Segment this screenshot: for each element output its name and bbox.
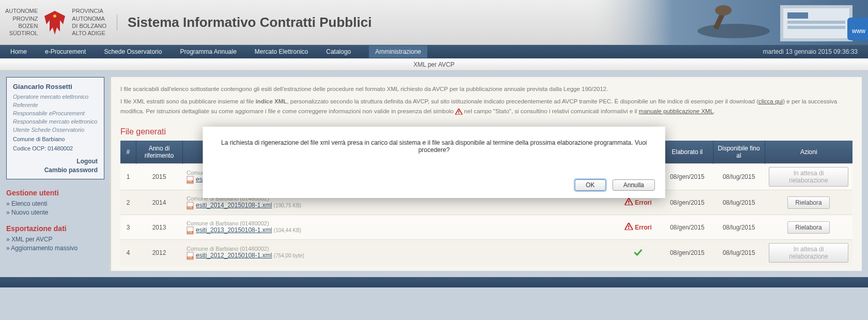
sidebar: Giancarlo Rossetti Operatore mercato ele…: [6, 77, 104, 271]
svg-rect-26: [628, 228, 629, 229]
svg-rect-12: [458, 111, 459, 112]
svg-text:XML: XML: [188, 231, 193, 234]
modal-cancel-button[interactable]: Annulla: [612, 179, 655, 191]
svg-rect-25: [628, 225, 629, 227]
xml-file-icon: XML: [187, 252, 194, 260]
side-sect-users: Gestione utenti: [6, 189, 104, 197]
modal-message: La richiesta di rigenerazione del file x…: [213, 139, 655, 154]
role-4[interactable]: Utente Schede Osservatorio: [13, 127, 98, 133]
side-link-xml[interactable]: XML per AVCP: [6, 236, 104, 243]
th-disp: Disponibile fino al: [713, 141, 765, 164]
nav-eprocurement[interactable]: e-Procurement: [45, 48, 86, 55]
svg-text:XML: XML: [188, 206, 193, 209]
header: AUTONOMEPROVINZBOZENSÜDTIROL PROVINCIAAU…: [0, 0, 868, 45]
role-1[interactable]: Referente: [13, 102, 98, 108]
intro-text: I file scaricabili dall'elenco sottostan…: [120, 84, 853, 116]
app-title: Sistema Informativo Contratti Pubblici: [117, 14, 371, 31]
header-art: www: [589, 0, 868, 45]
side-link-elenco[interactable]: Elenco utenti: [6, 200, 104, 207]
svg-text:XML: XML: [188, 256, 193, 259]
svg-rect-8: [787, 21, 845, 24]
nav-programma[interactable]: Programma Annuale: [180, 48, 236, 55]
action-button: In attesa di rielaborazione: [769, 167, 848, 187]
file-link[interactable]: esiti_2012_20150108-1.xml: [196, 252, 272, 259]
change-password-link[interactable]: Cambio password: [13, 166, 98, 174]
table-row: 32013Comune di Barbiano (01480002)XMLesi…: [120, 215, 853, 240]
table-row: 42012Comune di Barbiano (01480002)XMLesi…: [120, 240, 853, 266]
action-button[interactable]: Rielabora: [787, 196, 829, 209]
org-name: Comune di Barbiano: [13, 136, 98, 142]
th-azioni: Azioni: [765, 141, 853, 164]
subnav: XML per AVCP: [0, 58, 868, 71]
nav-mercato[interactable]: Mercato Elettronico: [255, 48, 308, 55]
xml-file-icon: XML: [187, 226, 194, 235]
svg-text:XML: XML: [188, 180, 193, 183]
download-sample-link[interactable]: clicca qui: [758, 98, 783, 104]
warning-icon: [455, 109, 462, 115]
role-3[interactable]: Responsabile mercato elettronico: [13, 118, 98, 125]
xml-file-icon: XML: [187, 202, 194, 210]
error-status: Errori: [625, 198, 652, 207]
side-sect-export: Esportazione dati: [6, 224, 104, 233]
warning-icon: [625, 223, 633, 232]
side-link-nuovo[interactable]: Nuovo utente: [6, 209, 104, 216]
warning-icon: [625, 198, 633, 207]
svg-point-4: [715, 5, 732, 16]
user-box: Giancarlo Rossetti Operatore mercato ele…: [6, 77, 104, 179]
navbar: Home e-Procurement Schede Osservatorio P…: [0, 45, 868, 58]
svg-rect-20: [628, 201, 629, 203]
org-code: Codice OCP: 01480002: [13, 145, 98, 151]
eagle-logo-icon: [42, 8, 68, 37]
logout-link[interactable]: Logout: [13, 158, 98, 165]
action-button: In attesa di rielaborazione: [769, 243, 848, 263]
th-year: Anno di riferimento: [136, 141, 182, 164]
th-elab: Elaborato il: [661, 141, 713, 164]
action-button[interactable]: Rielabora: [787, 221, 829, 234]
svg-text:www: www: [851, 27, 865, 35]
user-name: Giancarlo Rossetti: [13, 83, 98, 90]
xml-file-icon: XML: [187, 176, 194, 184]
svg-point-0: [53, 14, 56, 18]
file-link[interactable]: esiti_2014_20150108-1.xml: [196, 202, 272, 209]
confirm-modal: La richiesta di rigenerazione del file x…: [203, 127, 665, 198]
footer-bar: [0, 277, 868, 287]
svg-rect-9: [787, 26, 845, 29]
error-status: Errori: [625, 223, 652, 232]
logo-text-left: AUTONOMEPROVINZBOZENSÜDTIROL: [5, 7, 38, 37]
nav-amministrazione[interactable]: Amministrazione: [369, 45, 427, 58]
modal-ok-button[interactable]: OK: [575, 179, 606, 191]
nav-catalogo[interactable]: Catalogo: [326, 48, 351, 55]
svg-rect-21: [628, 203, 629, 204]
role-0[interactable]: Operatore mercato elettronico: [13, 94, 98, 100]
nav-home[interactable]: Home: [10, 48, 27, 55]
svg-rect-7: [787, 12, 808, 19]
manual-link[interactable]: manuale pubblicazione XML: [639, 108, 713, 114]
logo-block: AUTONOMEPROVINZBOZENSÜDTIROL PROVINCIAAU…: [5, 7, 106, 37]
svg-rect-13: [458, 113, 459, 114]
nav-datetime: martedì 13 gennaio 2015 09:36:33: [763, 48, 858, 55]
logo-text-right: PROVINCIAAUTONOMADI BOLZANOALTO ADIGE: [72, 7, 106, 37]
th-idx: #: [120, 141, 136, 164]
nav-schede[interactable]: Schede Osservatorio: [104, 48, 162, 55]
svg-point-2: [698, 24, 770, 38]
file-link[interactable]: esiti_2013_20150108-1.xml: [196, 226, 272, 234]
side-link-aggiorna[interactable]: Aggiornamento massivo: [6, 245, 104, 252]
check-icon: [633, 250, 643, 257]
role-2[interactable]: Responsabile eProcurement: [13, 110, 98, 116]
